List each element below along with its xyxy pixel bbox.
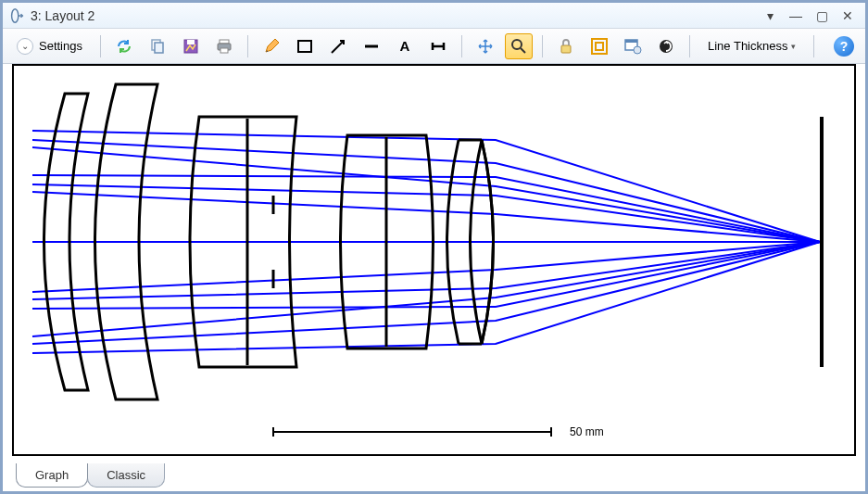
titlebar: 3: Layout 2 ▾ — ▢ ✕	[3, 3, 865, 29]
fit-view-button[interactable]	[585, 33, 613, 59]
line-button[interactable]	[358, 33, 385, 59]
arrow-icon	[329, 37, 347, 56]
dimension-icon	[429, 37, 447, 56]
toolbar-separator	[461, 35, 462, 57]
optical-layout-diagram: 50 mm	[14, 66, 854, 454]
lock-button[interactable]	[552, 33, 580, 59]
copy-button[interactable]	[144, 33, 171, 59]
chevron-down-icon: ⌄	[17, 38, 33, 55]
magnifier-icon	[509, 37, 528, 56]
settings-label: Settings	[39, 39, 82, 53]
window-title: 3: Layout 2	[31, 8, 761, 23]
caret-down-icon: ▾	[791, 42, 796, 51]
settings-button[interactable]: ⌄ Settings	[8, 33, 91, 59]
arrow-button[interactable]	[324, 33, 352, 59]
toolbar-separator	[100, 35, 101, 57]
toolbar-separator	[813, 35, 814, 57]
text-a-icon: A	[396, 37, 414, 56]
scale-label: 50 mm	[570, 425, 604, 438]
help-button[interactable]: ?	[834, 36, 854, 57]
pencil-button[interactable]	[258, 33, 285, 59]
tab-classic[interactable]: Classic	[87, 463, 165, 488]
line-thickness-label: Line Thickness	[708, 39, 787, 53]
fit-window-icon	[590, 37, 609, 56]
maximize-button[interactable]: ▢	[813, 8, 830, 23]
line-icon	[362, 37, 381, 56]
help-icon: ?	[840, 39, 849, 54]
svg-point-0	[12, 8, 19, 21]
pan-button[interactable]	[472, 33, 499, 59]
window-config-button[interactable]	[619, 33, 647, 59]
toolbar-separator	[247, 35, 248, 57]
target-button[interactable]	[652, 33, 680, 59]
svg-rect-4	[187, 40, 195, 44]
target-icon	[657, 37, 675, 56]
layout-canvas[interactable]: 50 mm	[12, 64, 856, 456]
line-thickness-dropdown[interactable]: Line Thickness ▾	[699, 33, 804, 59]
dropdown-icon[interactable]: ▾	[761, 8, 778, 23]
zoom-button[interactable]	[505, 33, 533, 59]
save-icon	[182, 37, 200, 56]
refresh-icon	[115, 37, 133, 56]
text-button[interactable]: A	[391, 33, 419, 59]
window-controls: ▾ — ▢ ✕	[761, 8, 860, 23]
svg-rect-8	[298, 41, 311, 52]
print-button[interactable]	[210, 33, 238, 59]
minimize-button[interactable]: —	[787, 8, 804, 23]
svg-rect-15	[625, 40, 637, 43]
tab-classic-label: Classic	[107, 468, 145, 482]
toolbar-separator	[689, 35, 690, 57]
tab-graph[interactable]: Graph	[16, 463, 88, 488]
tab-graph-label: Graph	[35, 468, 69, 482]
printer-icon	[215, 37, 233, 56]
bottom-tabs: Graph Classic	[16, 463, 164, 488]
app-window: 3: Layout 2 ▾ — ▢ ✕ ⌄ Settings	[3, 3, 865, 491]
svg-rect-7	[220, 48, 228, 53]
lock-icon	[557, 37, 575, 56]
move-arrows-icon	[476, 37, 495, 56]
copy-icon	[148, 37, 167, 56]
app-lens-icon	[8, 7, 25, 24]
rectangle-button[interactable]	[291, 33, 319, 59]
svg-point-16	[634, 46, 641, 54]
svg-rect-11	[561, 45, 571, 53]
svg-rect-5	[220, 40, 229, 44]
save-button[interactable]	[177, 33, 205, 59]
rectangle-icon	[296, 37, 314, 56]
dimension-button[interactable]	[424, 33, 452, 59]
svg-rect-2	[155, 43, 163, 53]
window-gear-icon	[623, 37, 642, 56]
toolbar: ⌄ Settings	[3, 29, 865, 64]
refresh-button[interactable]	[110, 33, 138, 59]
close-button[interactable]: ✕	[839, 8, 856, 23]
svg-point-10	[512, 40, 522, 49]
svg-rect-13	[596, 43, 603, 50]
pencil-icon	[262, 37, 281, 56]
svg-rect-12	[592, 39, 607, 54]
svg-text:A: A	[400, 38, 410, 54]
toolbar-separator	[542, 35, 543, 57]
